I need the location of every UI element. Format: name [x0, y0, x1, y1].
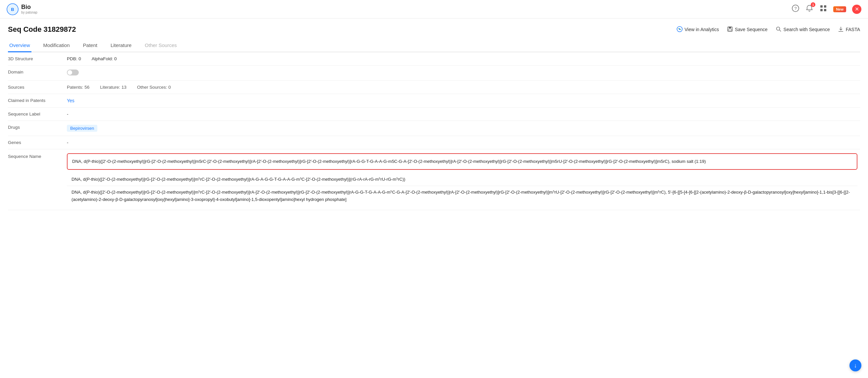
value-sources: Patents: 56 Literature: 13 Other Sources…: [64, 81, 860, 94]
search-label: Search with Sequence: [783, 27, 830, 32]
label-seq-name: Sequence Name: [8, 149, 64, 210]
save-icon: [727, 26, 733, 33]
svg-point-9: [679, 28, 680, 30]
tab-overview[interactable]: Overview: [8, 39, 31, 52]
download-icon: [838, 26, 844, 33]
drug-tag[interactable]: Bepirovirsen: [67, 125, 97, 132]
value-genes: -: [64, 136, 860, 149]
value-domain: [64, 66, 860, 81]
tab-modification[interactable]: Modification: [42, 39, 71, 52]
row-seq-label: Sequence Label -: [8, 107, 860, 121]
row-genes: Genes -: [8, 136, 860, 149]
label-seq-label: Sequence Label: [8, 107, 64, 121]
other-source: Other Sources: 0: [137, 85, 171, 90]
label-sources: Sources: [8, 81, 64, 94]
search-icon: [776, 26, 782, 33]
title-row: Seq Code 31829872 View in Analytics Save…: [8, 25, 860, 34]
logo-area: B Bio by patsnap: [7, 3, 37, 15]
logo-icon: B: [7, 3, 19, 15]
action-buttons: View in Analytics Save Sequence Search w…: [677, 26, 860, 33]
svg-rect-11: [728, 27, 731, 28]
value-claimed: Yes: [64, 94, 860, 107]
svg-text:B: B: [11, 7, 14, 12]
row-drugs: Drugs Bepirovirsen: [8, 121, 860, 136]
info-table: 3D Structure PDB: 0 AlphaFold: 0 Domain …: [8, 52, 860, 210]
domain-toggle[interactable]: [67, 69, 79, 75]
save-label: Save Sequence: [735, 27, 768, 32]
label-3d-structure: 3D Structure: [8, 52, 64, 66]
row-3d-structure: 3D Structure PDB: 0 AlphaFold: 0: [8, 52, 860, 66]
pdb-value: PDB: 0: [67, 56, 81, 61]
value-seq-label: -: [64, 107, 860, 121]
tabs: Overview Modification Patent Literature …: [8, 39, 860, 52]
notification-icon[interactable]: 1: [805, 4, 813, 14]
save-sequence-button[interactable]: Save Sequence: [727, 26, 768, 33]
view-analytics-button[interactable]: View in Analytics: [677, 26, 719, 33]
value-drugs: Bepirovirsen: [64, 121, 860, 136]
value-seq-name: DNA, d(P-thio)([2′-O-(2-methoxyethyl)]rG…: [64, 149, 860, 210]
value-3d-structure: PDB: 0 AlphaFold: 0: [64, 52, 860, 66]
row-seq-name: Sequence Name DNA, d(P-thio)([2′-O-(2-me…: [8, 149, 860, 210]
top-nav: B Bio by patsnap ? 1 New ✕: [0, 0, 868, 19]
svg-rect-12: [728, 29, 732, 31]
seq-name-plain-2: DNA, d(P-thio)([2′-O-(2-methoxyethyl)]rG…: [67, 186, 858, 206]
row-claimed: Claimed in Patents Yes: [8, 94, 860, 107]
help-icon[interactable]: ?: [792, 4, 800, 14]
analytics-label: View in Analytics: [685, 27, 719, 32]
literature-count[interactable]: 13: [122, 85, 126, 90]
nav-icons: ? 1 New ✕: [792, 4, 861, 14]
page-content: Seq Code 31829872 View in Analytics Save…: [0, 19, 868, 217]
row-domain: Domain: [8, 66, 860, 81]
label-drugs: Drugs: [8, 121, 64, 136]
tab-patent[interactable]: Patent: [82, 39, 99, 52]
search-with-sequence-button[interactable]: Search with Sequence: [776, 26, 830, 33]
logo-text: Bio by patsnap: [21, 4, 37, 14]
alphafold-value: AlphaFold: 0: [92, 56, 117, 61]
row-sources: Sources Patents: 56 Literature: 13 Other…: [8, 81, 860, 94]
fasta-button[interactable]: FASTA: [838, 26, 860, 33]
patents-count[interactable]: 56: [85, 85, 89, 90]
new-badge[interactable]: New: [833, 6, 846, 12]
claimed-value[interactable]: Yes: [67, 98, 74, 103]
label-genes: Genes: [8, 136, 64, 149]
patents-source: Patents: 56: [67, 85, 89, 90]
label-claimed: Claimed in Patents: [8, 94, 64, 107]
logo-bio: Bio: [21, 4, 37, 10]
grid-icon[interactable]: [819, 4, 827, 14]
svg-point-13: [776, 27, 780, 30]
logo-sub: by patsnap: [21, 10, 37, 14]
svg-rect-6: [820, 9, 823, 11]
svg-rect-5: [824, 5, 826, 8]
literature-source: Literature: 13: [100, 85, 126, 90]
svg-rect-4: [820, 5, 823, 8]
notification-badge: 1: [811, 2, 815, 7]
label-domain: Domain: [8, 66, 64, 81]
page-title: Seq Code 31829872: [8, 25, 677, 34]
seq-name-highlighted: DNA, d(P-thio)([2′-O-(2-methoxyethyl)]rG…: [67, 153, 858, 170]
svg-line-14: [779, 30, 781, 31]
seq-name-plain-1: DNA, d(P-thio)([2′-O-(2-methoxyethyl)]rG…: [67, 173, 858, 186]
analytics-icon: [677, 26, 683, 33]
tab-literature[interactable]: Literature: [109, 39, 133, 52]
fasta-label: FASTA: [846, 27, 860, 32]
sources-row: Patents: 56 Literature: 13 Other Sources…: [67, 85, 858, 90]
tab-other-sources[interactable]: Other Sources: [143, 39, 178, 52]
close-button[interactable]: ✕: [852, 5, 861, 14]
svg-rect-7: [824, 9, 826, 11]
svg-text:?: ?: [795, 6, 797, 11]
